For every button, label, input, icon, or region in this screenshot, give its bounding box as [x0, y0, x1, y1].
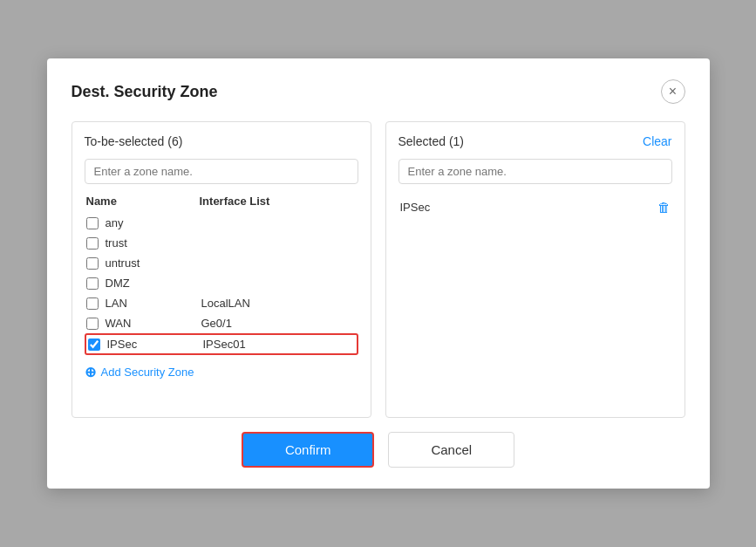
confirm-button[interactable]: Confirm: [242, 432, 375, 468]
modal-header: Dest. Security Zone ×: [72, 79, 685, 104]
row-name-lan: LAN: [106, 297, 201, 310]
row-checkbox-untrust[interactable]: [86, 257, 99, 270]
table-row: LAN LocalLAN: [85, 293, 358, 313]
row-checkbox-trust[interactable]: [86, 237, 99, 250]
row-iface-wan: Ge0/1: [201, 317, 357, 330]
plus-circle-icon: ⊕: [85, 364, 96, 380]
add-security-zone-link[interactable]: ⊕ Add Security Zone: [85, 364, 358, 380]
row-name-any: any: [106, 216, 201, 229]
table-row: WAN Ge0/1: [85, 313, 358, 333]
row-checkbox-dmz[interactable]: [86, 277, 99, 290]
row-checkbox-ipsec[interactable]: [88, 338, 100, 351]
left-panel-header: To-be-selected (6): [85, 134, 358, 148]
col-name-header: Name: [86, 195, 200, 208]
close-icon: ×: [669, 84, 677, 99]
col-iface-header: Interface List: [200, 195, 357, 208]
row-name-wan: WAN: [106, 317, 201, 330]
left-search-input[interactable]: [85, 159, 358, 184]
modal-body: To-be-selected (6) Name Interface List a…: [72, 121, 685, 418]
row-iface-ipsec: IPSec01: [203, 338, 355, 351]
delete-icon[interactable]: 🗑: [657, 200, 671, 215]
modal-footer: Confirm Cancel: [72, 432, 685, 468]
clear-button[interactable]: Clear: [643, 134, 671, 148]
table-row: untrust: [85, 253, 358, 273]
row-checkbox-lan[interactable]: [86, 297, 99, 310]
row-name-trust: trust: [106, 236, 201, 250]
left-table-header: Name Interface List: [85, 195, 358, 208]
add-zone-label: Add Security Zone: [101, 366, 194, 379]
row-name-ipsec: IPSec: [107, 338, 203, 351]
modal-title: Dest. Security Zone: [72, 83, 218, 101]
table-row: any: [85, 213, 358, 233]
right-panel-header: Selected (1) Clear: [398, 134, 672, 148]
table-row-ipsec: IPSec IPSec01: [85, 333, 358, 355]
row-name-untrust: untrust: [106, 256, 201, 270]
cancel-button[interactable]: Cancel: [388, 432, 514, 468]
left-panel: To-be-selected (6) Name Interface List a…: [72, 121, 371, 418]
row-name-dmz: DMZ: [106, 277, 201, 290]
table-row: DMZ: [85, 273, 358, 293]
right-search-input[interactable]: [398, 159, 672, 184]
close-button[interactable]: ×: [661, 79, 685, 104]
row-checkbox-any[interactable]: [86, 217, 99, 229]
table-row: trust: [85, 233, 358, 253]
modal-dialog: Dest. Security Zone × To-be-selected (6)…: [47, 58, 710, 489]
selected-item-ipsec: IPSec 🗑: [398, 195, 672, 220]
modal-overlay: Dest. Security Zone × To-be-selected (6)…: [0, 0, 756, 547]
selected-item-name: IPSec: [400, 201, 431, 214]
right-panel: Selected (1) Clear IPSec 🗑: [385, 121, 685, 418]
row-iface-lan: LocalLAN: [201, 297, 357, 310]
left-panel-title: To-be-selected (6): [85, 134, 183, 148]
row-checkbox-wan[interactable]: [86, 318, 99, 330]
left-table-list: any trust untrust: [85, 213, 358, 355]
right-panel-title: Selected (1): [398, 134, 465, 148]
